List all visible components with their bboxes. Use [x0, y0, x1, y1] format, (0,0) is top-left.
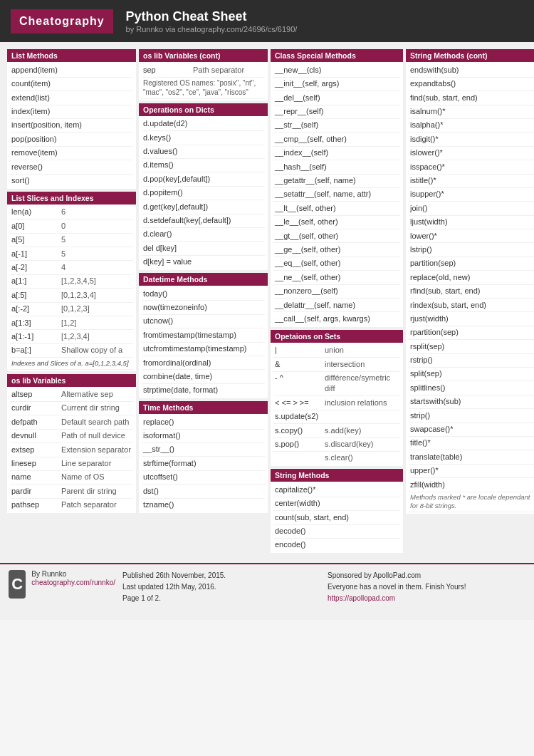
- row-key: curdir: [11, 403, 61, 413]
- list-item: d.items(): [142, 159, 265, 172]
- list-item: __getattr__(self, name): [273, 175, 400, 188]
- row-val: Name of OS: [61, 472, 132, 482]
- section-os-lib-vars: os lib VariablesaltsepAlternative sepcur…: [7, 374, 136, 514]
- section-body-list-slices: len(a)6a[0]0a[5]5a[-1]5a[-2]4a[1:][1,2,3…: [7, 204, 136, 371]
- table-row: devnullPath of null device: [10, 430, 133, 443]
- list-item: __gt__(self, other): [273, 229, 400, 243]
- row-val: 4: [61, 262, 132, 273]
- list-item: capitalize()*: [273, 483, 400, 497]
- list-item: now(timezoneinfo): [142, 301, 265, 314]
- row-key: a[1:-1]: [11, 331, 61, 342]
- list-item: dst(): [142, 485, 265, 498]
- list-item: d.get(key[,default]): [142, 200, 265, 214]
- list-item: replace(old, new): [409, 271, 534, 284]
- list-item: rpartition(sep): [409, 326, 534, 340]
- table-row: a[1:3][1,2]: [10, 316, 133, 330]
- footer-sponsor: Sponsored by ApolloPad.com: [328, 570, 525, 581]
- row-key: devnull: [11, 430, 61, 441]
- list-item: d.update(d2): [142, 118, 265, 131]
- logo: Cheatography: [11, 9, 113, 33]
- list-item: __str__(): [142, 443, 265, 457]
- table-row: pathsepPatch separator: [10, 499, 133, 512]
- list-item: replace(): [142, 415, 265, 429]
- section-note: Methods marked * are locale dependant fo…: [409, 492, 534, 513]
- section-list-methods: List Methodsappend(item)count(item)exten…: [7, 49, 136, 189]
- list-item: reverse(): [10, 160, 133, 174]
- row-val: [1,2,3,4,5]: [61, 276, 132, 286]
- list-item: rsplit(sep): [409, 340, 534, 353]
- footer-logo-letter: C: [9, 570, 26, 599]
- list-item: sort(): [10, 175, 133, 187]
- list-item: lower()*: [409, 229, 534, 243]
- section-ops-on-sets: Opetaions on Sets|union&intersection- ^d…: [271, 330, 403, 467]
- footer-updated: Last updated 12th May, 2016.: [122, 581, 320, 593]
- list-item: __del__(self): [273, 91, 400, 105]
- list-item: decode(): [273, 525, 400, 539]
- section-body-os-lib-vars: altsepAlternative sepcurdirCurrent dir s…: [7, 387, 136, 514]
- column-2: Class Special Methods__new__(cls)__init_…: [269, 48, 404, 557]
- footer-sponsor-link[interactable]: https://apollopad.com: [328, 594, 395, 602]
- list-item: strftime(format): [142, 457, 265, 470]
- list-item: __index__(self): [273, 147, 400, 160]
- list-item: __new__(cls): [273, 63, 400, 77]
- footer-published: Published 26th November, 2015.: [122, 570, 320, 581]
- table-row: |union: [273, 344, 400, 358]
- column-1: os lib Variables (cont)sepPath separator…: [137, 48, 269, 557]
- list-item: rjust(width): [409, 312, 534, 326]
- list-item: __ge__(self, other): [273, 243, 400, 257]
- section-header-string-methods: String Methods: [271, 469, 403, 482]
- section-body-datetime-methods: today()now(timezoneinfo)utcnow()fromtime…: [139, 286, 268, 398]
- section-body-list-methods: append(item)count(item)extend(list)index…: [7, 62, 136, 189]
- list-item: remove(item): [10, 147, 133, 160]
- list-item: __delattr__(self, name): [273, 299, 400, 312]
- list-item: fromordinal(ordinal): [142, 356, 265, 370]
- section-header-ops-on-sets: Opetaions on Sets: [271, 330, 403, 343]
- row-key: s.update(s2): [275, 411, 325, 422]
- row-key: linesep: [11, 458, 61, 469]
- table-row: pardirParent dir string: [10, 485, 133, 498]
- row-key: extsep: [11, 445, 61, 455]
- list-item: __repr__(self): [273, 105, 400, 119]
- list-item: today(): [142, 287, 265, 301]
- row-val: différence/symetric diff: [325, 373, 399, 395]
- list-item: d.pop(key[,default]): [142, 172, 265, 186]
- list-item: upper()*: [409, 465, 534, 478]
- row-key: s.pop(): [275, 439, 325, 450]
- row-key: a[5]: [11, 234, 61, 245]
- footer-author-link[interactable]: cheatography.com/runnko/: [31, 579, 115, 586]
- table-row: a[-1]5: [10, 247, 133, 261]
- row-val: Path of null device: [61, 430, 132, 441]
- row-key: a[1:]: [11, 276, 61, 286]
- list-item: zfill(width): [409, 478, 534, 492]
- list-item: d[key] = value: [142, 256, 265, 269]
- row-val: inclusion relations: [325, 398, 399, 408]
- row-val: Current dir string: [61, 403, 132, 413]
- list-item: partition(sep): [409, 257, 534, 271]
- table-row: s.update(s2): [273, 410, 400, 424]
- row-key: a[-1]: [11, 249, 61, 259]
- list-item: join(): [409, 202, 534, 215]
- section-header-os-lib-vars: os lib Variables: [7, 374, 136, 387]
- row-key: name: [11, 472, 61, 482]
- column-0: List Methodsappend(item)count(item)exten…: [6, 48, 137, 557]
- list-item: insert(position, item): [10, 119, 133, 133]
- row-key: &: [275, 359, 325, 370]
- table-row: nameName of OS: [10, 471, 133, 485]
- page-title: Python Cheat Sheet: [126, 9, 298, 25]
- section-header-ops-on-dicts: Operations on Dicts: [139, 103, 268, 116]
- table-row: a[0]0: [10, 219, 133, 233]
- list-item: __init__(self, args): [273, 78, 400, 91]
- list-item: tzname(): [142, 499, 265, 512]
- list-item: istitle()*: [409, 175, 534, 188]
- section-ops-on-dicts: Operations on Dictsd.update(d2)d.keys()d…: [139, 103, 268, 270]
- list-item: append(item): [10, 63, 133, 77]
- list-item: d.values(): [142, 145, 265, 159]
- row-val: Parent dir string: [61, 486, 132, 497]
- list-item: find(sub, start, end): [409, 91, 534, 105]
- section-body-string-methods: capitalize()*center(width)count(sub, sta…: [271, 482, 403, 553]
- list-item: __hash__(self): [273, 160, 400, 174]
- list-item: strip(): [409, 409, 534, 423]
- row-key: pathsep: [11, 499, 61, 510]
- header-text: Python Cheat Sheet by Runnko via cheatog…: [126, 9, 298, 33]
- row-val: 5: [61, 249, 132, 259]
